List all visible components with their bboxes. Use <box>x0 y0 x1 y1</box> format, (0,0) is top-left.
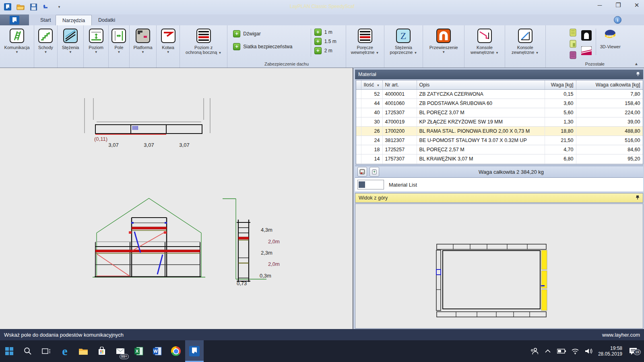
legend-swatch-box <box>357 180 384 189</box>
stezenia-button[interactable]: Stężenia ▼ <box>62 25 79 68</box>
material-table-row[interactable]: 44 4001060 ZB PODSTAWKA ŚRUBOWA 60 3,60 … <box>356 99 643 108</box>
clock-time: 19:58 <box>598 346 622 351</box>
report-green-icon[interactable] <box>569 40 577 49</box>
material-table-row[interactable]: 52 4000001 ZB ZATYCZKA CZERWONA 0,15 7,8… <box>356 90 643 99</box>
material-table-row[interactable]: 40 1725307 BL PORĘCZ 3,07 M 5,60 224,00 <box>356 108 643 117</box>
mail-button[interactable]: 99+ <box>111 340 130 362</box>
material-table-row[interactable]: 14 1757307 BL KRAWĘŻNIK 3,07 M 6,80 95,2… <box>356 154 643 164</box>
side-elevation <box>223 199 266 282</box>
material-table-row[interactable]: 24 3812307 BE U-POMOST STALOWY T4 3.07 X… <box>356 136 643 145</box>
komunikacja-ladder-icon <box>10 29 24 43</box>
split-panel-icon[interactable] <box>581 46 592 57</box>
ribbon-group-kotwa: Kotwa ▼ <box>157 25 180 68</box>
word-button[interactable]: W <box>148 340 167 362</box>
file-menu-button[interactable] <box>0 14 29 25</box>
top-view-panel-header: Widok z góry <box>355 193 643 203</box>
cell-ilosc: 14 <box>361 154 382 164</box>
search-button[interactable] <box>19 340 37 362</box>
pin-icon[interactable] <box>636 195 640 201</box>
poziom-z-ochrona-button[interactable]: Poziom z ochroną boczną ▼ <box>186 25 221 68</box>
dropdown-arrow-icon: ▼ <box>69 51 72 54</box>
guardrail-stripes-icon <box>196 29 211 43</box>
col-opis[interactable]: Opis <box>417 80 545 90</box>
konsole-wewnetrzne-button[interactable]: Konsole wewnętrzne ▼ <box>471 25 499 68</box>
report-yellow-icon[interactable] <box>569 29 577 38</box>
task-view-button[interactable] <box>37 340 56 362</box>
material-table-row[interactable]: 26 1700200 BL RAMA STAL. PIONOWA EURO 2,… <box>356 127 643 136</box>
tab-narzedzia[interactable]: Narzędzia <box>56 15 92 26</box>
ms-store-button[interactable] <box>93 340 111 362</box>
edge-button[interactable]: e <box>56 340 74 362</box>
cell-ilosc: 18 <box>361 145 382 154</box>
row-gutter-cell <box>356 154 361 164</box>
platforma-button[interactable]: Platforma ▼ <box>134 25 153 68</box>
material-table-row[interactable]: 18 1725257 BL PORĘCZ 2,57 M 4,70 84,60 <box>356 145 643 154</box>
row-gutter-cell <box>356 136 361 145</box>
cell-nr-art: 1725307 <box>382 108 417 117</box>
col-ilosc[interactable]: Ilość▼ <box>361 80 382 90</box>
dzwigar-button[interactable]: + Dźwigar <box>233 30 310 37</box>
svg-text:DWG: DWG <box>607 35 614 37</box>
volume-icon[interactable] <box>584 347 593 356</box>
tab-start[interactable]: Start <box>34 15 57 25</box>
ribbon-group-porecze: Poręcze wewnętrzne ▼ <box>346 25 384 68</box>
pin-icon[interactable] <box>636 72 640 78</box>
cell-opis: BL RAMA STAL. PIONOWA EURO 2,00 X 0,73 M <box>417 127 545 136</box>
porecze-wewnetrzne-button[interactable]: Poręcze wewnętrzne ▼ <box>351 25 379 68</box>
siatka-button[interactable]: + Siatka bezpieczeństwa <box>233 43 310 50</box>
platforma-icon <box>136 29 150 43</box>
przewieszenie-button[interactable]: Przewieszenie ▼ <box>429 25 458 68</box>
komunikacja-button[interactable]: Komunikacja ▼ <box>4 25 30 68</box>
3d-viewer-button[interactable]: DWG 3D-Viewer <box>600 29 621 61</box>
chrome-button[interactable] <box>167 340 185 362</box>
pole-button[interactable]: Pole ▼ <box>111 25 126 68</box>
size-2m-button[interactable]: + 2 m <box>314 47 346 54</box>
file-explorer-button[interactable] <box>74 340 93 362</box>
stezenia-poprzeczne-button[interactable]: Z Stężenia poprzeczne ▼ <box>390 25 417 68</box>
tray-expand-chevron-icon[interactable] <box>543 347 552 356</box>
size-1-5m-button[interactable]: + 1.5 m <box>314 38 346 45</box>
plan-origin-label: (0,11) <box>94 136 107 142</box>
material-table-row[interactable]: 30 4700019 KP ZŁĄCZE KRZYŻOWE SW 19 MM 1… <box>356 117 643 127</box>
start-button[interactable] <box>0 340 19 362</box>
info-button[interactable]: i <box>614 16 621 24</box>
excel-button[interactable]: X <box>130 340 148 362</box>
material-table-row[interactable]: 14 1755060 BL ZACZEP KOTWIĄCY BLITZ 0,60… <box>356 164 643 165</box>
print-material-button[interactable] <box>357 167 367 177</box>
cell-ilosc: 26 <box>361 127 382 136</box>
konsole-zewnetrzne-button[interactable]: Konsole zewnętrzne ▼ <box>512 25 539 68</box>
top-view-canvas[interactable] <box>355 204 643 329</box>
dropdown-arrow-icon: ▼ <box>167 51 170 54</box>
cell-opis: BL PORĘCZ 3,07 M <box>417 108 545 117</box>
poziom-button[interactable]: Poziom ▼ <box>89 25 103 68</box>
cell-waga: 2,80 <box>545 164 576 165</box>
restore-button[interactable]: ❐ <box>614 2 622 9</box>
tunnel-passage-icon[interactable] <box>581 30 592 42</box>
tray-clock[interactable]: 19:58 28.05.2019 <box>598 346 622 357</box>
col-nr-art[interactable]: Nr art. <box>382 80 417 90</box>
minimize-button[interactable]: ─ <box>596 2 604 9</box>
close-button[interactable]: ✕ <box>633 2 641 9</box>
schody-button[interactable]: Schody ▼ <box>38 25 53 68</box>
layplan-taskbar-button[interactable] <box>185 340 204 362</box>
size-1m-button[interactable]: + 1 m <box>314 29 346 36</box>
material-panel-header: Materiał <box>355 70 643 79</box>
drawing-canvas[interactable]: (0,11) 3,07 3,07 3,07 4,3m 2,0m 2,3m 2,0… <box>0 68 353 329</box>
cell-waga-calkowita: 39,00 <box>576 117 643 127</box>
przewieszenie-icon <box>436 29 451 43</box>
plus-icon: + <box>233 30 240 37</box>
ribbon-collapse-button[interactable]: ▲ <box>634 62 638 66</box>
notification-center-button[interactable]: 19 <box>627 347 639 356</box>
copy-material-button[interactable] <box>369 167 379 177</box>
front-elevation <box>93 198 205 277</box>
report-purple-icon[interactable] <box>569 51 577 61</box>
folder-icon <box>78 348 88 355</box>
kotwa-button[interactable]: Kotwa ▼ <box>161 25 175 68</box>
people-icon[interactable] <box>530 347 539 356</box>
pozostale-group-label: Pozostałe <box>546 62 644 66</box>
battery-icon[interactable] <box>557 347 566 356</box>
wifi-icon[interactable] <box>571 347 580 356</box>
col-waga-calkowita[interactable]: Waga całkowita [kg] <box>576 80 643 90</box>
tab-dodatki[interactable]: Dodatki <box>92 15 122 25</box>
col-waga[interactable]: Waga [kg] <box>545 80 576 90</box>
